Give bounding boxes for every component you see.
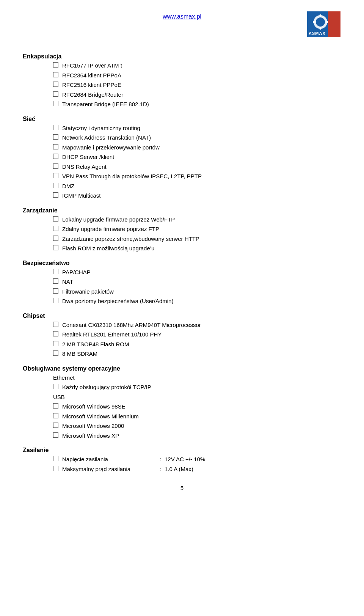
item-text: RFC2364 klient PPPoA bbox=[62, 71, 121, 80]
section-siec: Sieć Statyczny i dynamiczny routing Netw… bbox=[23, 116, 341, 200]
checkbox-icon bbox=[53, 192, 58, 198]
item-text: RFC2516 klient PPPoE bbox=[62, 81, 121, 90]
checkbox-icon bbox=[53, 72, 58, 77]
list-item: PAP/CHAP bbox=[53, 268, 341, 277]
list-item: Transparent Bridge (IEEE 802.1D) bbox=[53, 100, 341, 109]
ethernet-list: Każdy obsługujący protokół TCP/IP bbox=[23, 383, 341, 392]
header: www.asmax.pl ASMAX bbox=[23, 11, 341, 38]
section-systemy: Obsługiwane systemy operacyjne Ethernet … bbox=[23, 365, 341, 440]
list-item: VPN Pass Through dla protokołów IPSEC, L… bbox=[53, 172, 341, 181]
checkbox-icon bbox=[53, 331, 58, 336]
list-item: Każdy obsługujący protokół TCP/IP bbox=[53, 383, 341, 392]
checkbox-icon bbox=[53, 134, 58, 140]
checkbox-icon bbox=[53, 322, 58, 327]
checkbox-icon bbox=[53, 269, 58, 274]
chipset-title: Chipset bbox=[23, 313, 341, 319]
list-item: Dwa poziomy bezpieczeństwa (User/Admin) bbox=[53, 297, 341, 306]
systemy-title: Obsługiwane systemy operacyjne bbox=[23, 365, 341, 372]
checkbox-icon bbox=[53, 226, 58, 231]
list-item: 8 MB SDRAM bbox=[53, 350, 341, 358]
zarzadzanie-list: Lokalny upgrade firmware poprzez Web/FTP… bbox=[23, 215, 341, 253]
item-text: Microsoft Windows XP bbox=[62, 432, 119, 440]
item-text: Każdy obsługujący protokół TCP/IP bbox=[62, 383, 151, 392]
list-item: Network Address Translation (NAT) bbox=[53, 134, 341, 142]
checkbox-icon bbox=[53, 350, 58, 356]
checkbox-icon bbox=[53, 423, 58, 428]
checkbox-icon bbox=[53, 183, 58, 188]
section-zasilanie: Zasilanie Napięcie zasilania : 12V AC +/… bbox=[23, 447, 341, 473]
list-item: RFC2364 klient PPPoA bbox=[53, 71, 341, 80]
list-item: Microsoft Windows 2000 bbox=[53, 422, 341, 431]
item-text: Mapowanie i przekierowywanie portów bbox=[62, 143, 160, 152]
power-value-1: 12V AC +/- 10% bbox=[165, 455, 221, 464]
list-item: Filtrowanie pakietów bbox=[53, 288, 341, 296]
checkbox-icon bbox=[53, 432, 58, 438]
enkapsulacja-title: Enkapsulacja bbox=[23, 53, 341, 60]
svg-text:ASMAX: ASMAX bbox=[309, 31, 326, 36]
list-item: Mapowanie i przekierowywanie portów bbox=[53, 143, 341, 152]
checkbox-icon bbox=[53, 173, 58, 178]
list-item: Flash ROM z możliwością upgrade’u bbox=[53, 244, 341, 253]
item-text: Microsoft Windows Millennium bbox=[62, 412, 139, 421]
checkbox-icon bbox=[53, 413, 58, 418]
item-text: Microsoft Windows 98SE bbox=[62, 402, 126, 411]
checkbox-icon bbox=[53, 236, 58, 241]
list-item: 2 MB TSOP48 Flash ROM bbox=[53, 340, 341, 349]
list-item: DHCP Serwer /klient bbox=[53, 153, 341, 162]
checkbox-icon bbox=[53, 245, 58, 250]
header-url: www.asmax.pl bbox=[57, 11, 307, 20]
page-number: 5 bbox=[180, 485, 184, 491]
svg-rect-5 bbox=[320, 27, 321, 30]
siec-list: Statyczny i dynamiczny routing Network A… bbox=[23, 124, 341, 200]
list-item: Zarządzanie poprzez stronę,wbudowany ser… bbox=[53, 235, 341, 244]
zasilanie-title: Zasilanie bbox=[23, 447, 341, 454]
zarzadzanie-title: Zarządzanie bbox=[23, 207, 341, 214]
item-text: DNS Relay Agent bbox=[62, 163, 107, 171]
siec-title: Sieć bbox=[23, 116, 341, 123]
checkbox-icon bbox=[53, 341, 58, 346]
checkbox-icon bbox=[53, 288, 58, 294]
item-text: DHCP Serwer /klient bbox=[62, 153, 114, 162]
website-link[interactable]: www.asmax.pl bbox=[163, 13, 201, 20]
power-value-2: 1.0 A (Max) bbox=[165, 465, 221, 474]
list-item: NAT bbox=[53, 278, 341, 286]
ethernet-label: Ethernet bbox=[23, 374, 341, 382]
checkbox-icon bbox=[53, 298, 58, 303]
checkbox-icon bbox=[53, 101, 58, 106]
power-row-1: Napięcie zasilania : 12V AC +/- 10% bbox=[23, 455, 341, 464]
checkbox-icon bbox=[53, 384, 58, 389]
svg-point-3 bbox=[316, 17, 325, 27]
list-item: DNS Relay Agent bbox=[53, 163, 341, 171]
checkbox-icon bbox=[53, 91, 58, 97]
asmax-logo-svg: ASMAX bbox=[307, 11, 340, 37]
checkbox-icon bbox=[53, 82, 58, 87]
list-item: RFC2516 klient PPPoE bbox=[53, 81, 341, 90]
list-item: Statyczny i dynamiczny routing bbox=[53, 124, 341, 133]
footer: 5 bbox=[23, 485, 341, 491]
item-text: Flash ROM z możliwością upgrade’u bbox=[62, 244, 154, 253]
list-item: Conexant CX82310 168Mhz ARM940T Micropro… bbox=[53, 321, 341, 330]
item-text: VPN Pass Through dla protokołów IPSEC, L… bbox=[62, 172, 202, 181]
checkbox-icon bbox=[53, 216, 58, 222]
power-row-2: Maksymalny prąd zasilania : 1.0 A (Max) bbox=[23, 465, 341, 474]
item-text: Zarządzanie poprzez stronę,wbudowany ser… bbox=[62, 235, 199, 244]
item-text: Zdalny upgrade firmware poprzez FTP bbox=[62, 225, 159, 234]
checkbox-icon bbox=[53, 278, 58, 284]
item-text: NAT bbox=[62, 278, 73, 286]
item-text: 8 MB SDRAM bbox=[62, 350, 97, 358]
power-label-2: Maksymalny prąd zasilania bbox=[62, 465, 157, 474]
list-item: RFC2684 Bridge/Router bbox=[53, 91, 341, 99]
chipset-list: Conexant CX82310 168Mhz ARM940T Micropro… bbox=[23, 321, 341, 358]
section-enkapsulacja: Enkapsulacja RFC1577 IP over ATM t RFC23… bbox=[23, 53, 341, 109]
list-item: Lokalny upgrade firmware poprzez Web/FTP bbox=[53, 215, 341, 224]
list-item: IGMP Multicast bbox=[53, 192, 341, 200]
item-text: Transparent Bridge (IEEE 802.1D) bbox=[62, 100, 149, 109]
checkbox-icon bbox=[53, 154, 58, 159]
list-item: DMZ bbox=[53, 182, 341, 191]
checkbox-icon bbox=[53, 62, 58, 68]
item-text: 2 MB TSOP48 Flash ROM bbox=[62, 340, 129, 349]
item-text: Lokalny upgrade firmware poprzez Web/FTP bbox=[62, 215, 175, 224]
checkbox-icon bbox=[53, 456, 58, 461]
item-text: PAP/CHAP bbox=[62, 268, 91, 277]
list-item: Zdalny upgrade firmware poprzez FTP bbox=[53, 225, 341, 234]
